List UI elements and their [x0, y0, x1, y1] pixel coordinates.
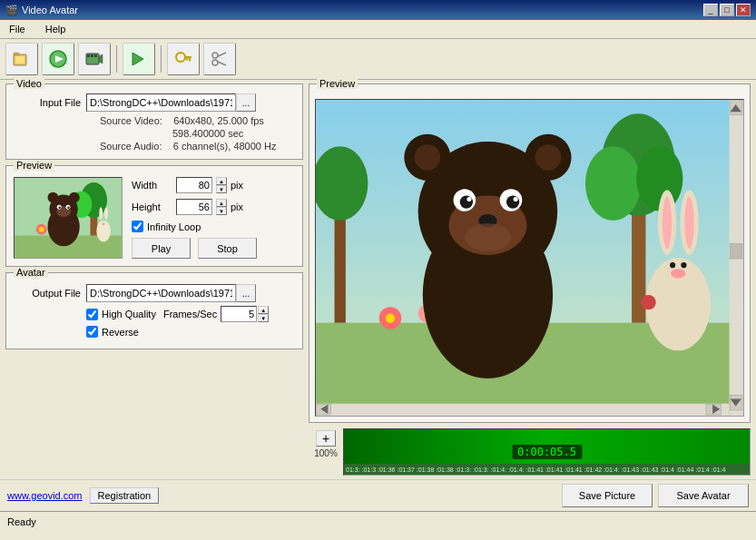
menu-help[interactable]: Help — [40, 22, 72, 36]
svg-point-51 — [386, 313, 395, 322]
svg-point-36 — [67, 207, 69, 209]
svg-point-11 — [176, 53, 185, 62]
svg-rect-8 — [91, 54, 93, 57]
output-file-field[interactable] — [86, 284, 236, 302]
menu-file[interactable]: File — [4, 22, 31, 36]
status-text: Ready — [7, 516, 36, 527]
preview-btn-row: Play Stop — [132, 238, 295, 259]
play-preview-button[interactable]: Play — [132, 238, 191, 259]
svg-point-68 — [506, 195, 519, 208]
timeline-track[interactable]: 0:00:05.5 01:3: :01:3 :01:36 :01:37 :01:… — [343, 428, 751, 476]
save-avatar-button[interactable]: Save Avatar — [658, 484, 749, 507]
svg-point-72 — [465, 223, 511, 251]
svg-point-39 — [99, 207, 103, 220]
svg-rect-14 — [186, 59, 188, 61]
source-audio-label: Source Audio: — [100, 141, 162, 152]
right-panel: Preview — [309, 83, 751, 476]
reverse-checkbox[interactable] — [86, 326, 98, 338]
svg-rect-87 — [731, 244, 742, 259]
height-row: Height ▲ ▼ pix — [132, 199, 295, 215]
zoom-label: 100% — [314, 448, 338, 458]
frames-down[interactable]: ▼ — [258, 314, 269, 322]
timeline-ruler: 01:3: :01:3 :01:36 :01:37 :01:38 :01:38 … — [344, 464, 750, 475]
svg-point-80 — [681, 262, 686, 268]
high-quality-checkbox[interactable] — [86, 309, 98, 320]
svg-point-41 — [103, 222, 105, 225]
close-button[interactable]: ✕ — [736, 4, 751, 16]
frames-sec-input[interactable] — [221, 306, 257, 322]
zoom-plus-button[interactable]: + — [316, 430, 336, 447]
toolbar-separator — [116, 45, 117, 73]
frames-sec-label: Frames/Sec — [163, 309, 217, 319]
height-spinners: ▲ ▼ — [216, 199, 227, 215]
svg-rect-13 — [189, 59, 191, 62]
key-button[interactable] — [167, 43, 200, 75]
source-video-row: Source Video: 640x480, 25.000 fps — [100, 115, 295, 126]
svg-point-63 — [535, 144, 562, 171]
geovid-link[interactable]: www.geovid.com — [7, 490, 83, 501]
svg-point-47 — [636, 146, 682, 211]
title-bar-left: 🎬 Video Avatar — [5, 5, 78, 16]
title-bar: 🎬 Video Avatar _ □ ✕ — [0, 0, 756, 20]
app-title: Video Avatar — [22, 5, 78, 15]
output-file-browse[interactable]: ... — [236, 284, 256, 302]
height-down[interactable]: ▼ — [216, 207, 227, 215]
scissors-button[interactable] — [203, 43, 236, 75]
svg-point-77 — [663, 196, 672, 248]
source-video-label: Source Video: — [100, 115, 162, 126]
frames-up[interactable]: ▲ — [258, 306, 269, 314]
height-pix: pix — [231, 201, 243, 212]
frames-spinners: ▲ ▼ — [258, 306, 269, 322]
preview-video-title: Preview — [317, 78, 358, 89]
input-file-field[interactable] — [86, 93, 236, 112]
video-frame-container — [315, 99, 744, 417]
svg-point-62 — [415, 144, 441, 171]
width-input[interactable] — [176, 177, 212, 193]
play2-button[interactable] — [123, 43, 155, 75]
left-panel: Video Input File ... Source Video: 640x4… — [5, 83, 303, 476]
svg-point-79 — [670, 262, 675, 268]
toolbar — [0, 39, 756, 80]
svg-point-30 — [48, 192, 59, 203]
status-bar: Ready — [0, 511, 756, 531]
play-button[interactable] — [42, 43, 74, 75]
infinity-loop-label: Infinity Loop — [147, 221, 201, 232]
input-file-label: Input File — [14, 97, 86, 108]
svg-rect-90 — [316, 404, 729, 416]
preview-group-title: Preview — [14, 160, 54, 171]
menu-bar: File Help — [0, 20, 756, 39]
minimize-button[interactable]: _ — [703, 4, 718, 16]
svg-point-78 — [684, 196, 693, 248]
height-input[interactable] — [176, 199, 212, 215]
app-icon: 🎬 — [5, 5, 18, 16]
width-row: Width ▲ ▼ pix — [132, 177, 295, 193]
height-up[interactable]: ▲ — [216, 199, 227, 207]
registration-button[interactable]: Registration — [90, 487, 160, 504]
svg-rect-12 — [184, 56, 191, 59]
svg-rect-2 — [15, 56, 25, 64]
output-file-label: Output File — [14, 288, 86, 299]
width-up[interactable]: ▲ — [216, 177, 227, 185]
reverse-row: Reverse — [14, 326, 295, 338]
maximize-button[interactable]: □ — [720, 4, 734, 16]
width-down[interactable]: ▼ — [216, 185, 227, 193]
video-button[interactable] — [78, 43, 111, 75]
svg-point-81 — [671, 269, 685, 278]
timeline-area: + 100% 0:00:05.5 01:3: :01:3 :01:36 :01:… — [309, 428, 751, 476]
svg-rect-9 — [94, 54, 97, 57]
input-file-browse[interactable]: ... — [236, 93, 256, 112]
svg-point-40 — [104, 207, 108, 220]
infinity-loop-checkbox[interactable] — [132, 221, 143, 232]
high-quality-row: High Quality Frames/Sec ▲ ▼ — [14, 306, 295, 322]
width-pix: pix — [231, 180, 243, 191]
save-picture-button[interactable]: Save Picture — [562, 484, 653, 507]
infinity-loop-row: Infinity Loop — [132, 221, 295, 232]
svg-marker-6 — [99, 54, 103, 64]
stop-preview-button[interactable]: Stop — [198, 238, 257, 259]
open-button[interactable] — [5, 43, 38, 75]
svg-point-46 — [585, 146, 641, 221]
width-label: Width — [132, 180, 172, 191]
svg-point-67 — [460, 195, 473, 208]
main-content: Video Input File ... Source Video: 640x4… — [0, 80, 756, 479]
save-buttons: Save Picture Save Avatar — [562, 484, 749, 507]
